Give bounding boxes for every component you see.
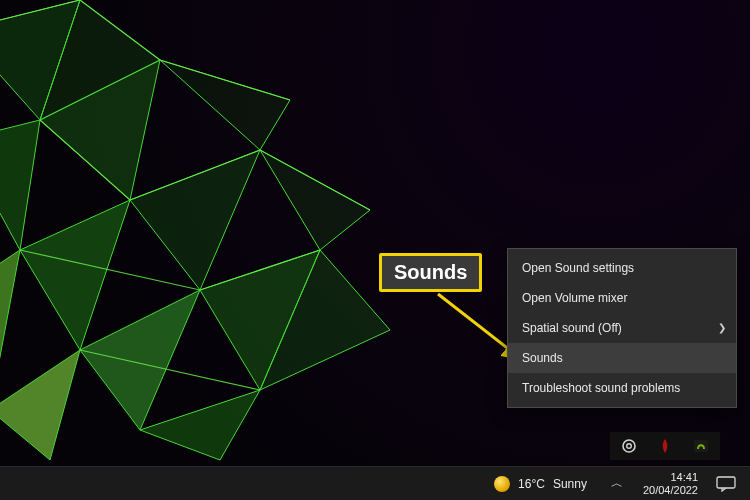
svg-marker-6 bbox=[160, 60, 290, 150]
sun-icon bbox=[494, 476, 510, 492]
msi-tray-icon[interactable] bbox=[656, 437, 674, 455]
menu-item-label: Sounds bbox=[522, 351, 563, 365]
svg-point-24 bbox=[623, 440, 635, 452]
svg-marker-13 bbox=[0, 350, 80, 460]
sound-context-menu: Open Sound settings Open Volume mixer Sp… bbox=[507, 248, 737, 408]
tray-icon-row bbox=[610, 432, 720, 460]
svg-marker-10 bbox=[260, 150, 370, 250]
clock-time: 14:41 bbox=[643, 471, 698, 484]
svg-marker-9 bbox=[0, 250, 20, 410]
menu-item-label: Spatial sound (Off) bbox=[522, 321, 622, 335]
clock-date: 20/04/2022 bbox=[643, 484, 698, 497]
weather-temp: 16°C bbox=[518, 477, 545, 491]
svg-point-25 bbox=[627, 444, 632, 449]
taskbar-clock[interactable]: 14:41 20/04/2022 bbox=[633, 471, 708, 496]
desktop-screen: Sounds Open Sound settings Open Volume m… bbox=[0, 0, 750, 500]
steelseries-tray-icon[interactable] bbox=[620, 437, 638, 455]
menu-item-sounds[interactable]: Sounds bbox=[508, 343, 736, 373]
svg-rect-27 bbox=[717, 477, 735, 488]
menu-item-open-sound-settings[interactable]: Open Sound settings bbox=[508, 253, 736, 283]
tray-overflow-button[interactable]: ︿ bbox=[601, 475, 633, 492]
nvidia-tray-icon[interactable] bbox=[692, 437, 710, 455]
weather-widget[interactable]: 16°C Sunny bbox=[480, 476, 601, 492]
menu-item-open-volume-mixer[interactable]: Open Volume mixer bbox=[508, 283, 736, 313]
action-center-button[interactable] bbox=[712, 474, 740, 494]
menu-item-troubleshoot[interactable]: Troubleshoot sound problems bbox=[508, 373, 736, 403]
chevron-right-icon: ❯ bbox=[718, 313, 726, 343]
menu-item-label: Open Sound settings bbox=[522, 261, 634, 275]
menu-item-label: Troubleshoot sound problems bbox=[522, 381, 680, 395]
taskbar: 16°C Sunny ︿ 14:41 20/04/2022 bbox=[0, 466, 750, 500]
wallpaper-art bbox=[0, 0, 520, 470]
svg-marker-8 bbox=[80, 290, 200, 430]
svg-marker-4 bbox=[20, 200, 130, 350]
notification-icon bbox=[716, 476, 736, 492]
annotation-callout-text: Sounds bbox=[394, 261, 467, 283]
chevron-up-icon: ︿ bbox=[611, 476, 623, 490]
svg-marker-5 bbox=[130, 150, 260, 290]
svg-marker-2 bbox=[0, 120, 40, 250]
svg-marker-12 bbox=[140, 390, 260, 460]
menu-item-label: Open Volume mixer bbox=[522, 291, 627, 305]
menu-item-spatial-sound[interactable]: Spatial sound (Off) ❯ bbox=[508, 313, 736, 343]
annotation-callout: Sounds bbox=[379, 253, 482, 292]
weather-condition: Sunny bbox=[553, 477, 587, 491]
